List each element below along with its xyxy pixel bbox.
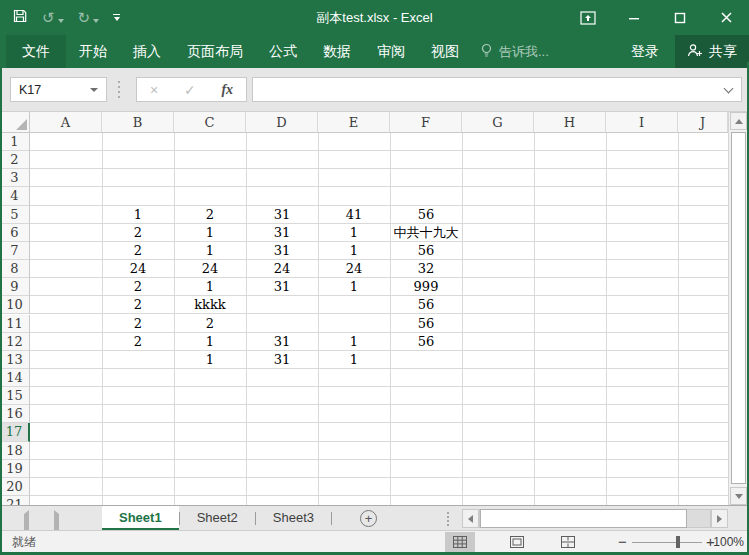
formula-input[interactable] bbox=[252, 77, 742, 102]
row-header-5[interactable]: 5 bbox=[0, 206, 30, 224]
cell-F9[interactable]: 999 bbox=[390, 278, 462, 296]
row-header-12[interactable]: 12 bbox=[0, 333, 30, 351]
row-header-4[interactable]: 4 bbox=[0, 187, 30, 205]
cell-C13[interactable]: 1 bbox=[174, 351, 246, 369]
row-header-14[interactable]: 14 bbox=[0, 369, 30, 387]
zoom-level[interactable]: 100% bbox=[713, 531, 744, 553]
normal-view-button[interactable] bbox=[445, 532, 475, 552]
zoom-slider[interactable] bbox=[632, 542, 702, 543]
cell-B9[interactable]: 2 bbox=[102, 278, 174, 296]
cell-E12[interactable]: 1 bbox=[318, 333, 390, 351]
expand-formula-bar-icon[interactable] bbox=[724, 84, 734, 94]
cell-F7[interactable]: 56 bbox=[390, 242, 462, 260]
row-header-20[interactable]: 20 bbox=[0, 478, 30, 496]
cell-F6[interactable]: 中共十九大 bbox=[390, 224, 462, 242]
cell-E6[interactable]: 1 bbox=[318, 224, 390, 242]
row-header-18[interactable]: 18 bbox=[0, 442, 30, 460]
cell-C11[interactable]: 2 bbox=[174, 315, 246, 333]
tab-file[interactable]: 文件 bbox=[6, 35, 66, 68]
cell-F12[interactable]: 56 bbox=[390, 333, 462, 351]
row-header-21[interactable]: 21 bbox=[0, 496, 30, 505]
row-header-10[interactable]: 10 bbox=[0, 296, 30, 314]
cell-C5[interactable]: 2 bbox=[174, 206, 246, 224]
cell-C6[interactable]: 1 bbox=[174, 224, 246, 242]
cell-C9[interactable]: 1 bbox=[174, 278, 246, 296]
cell-D9[interactable]: 31 bbox=[246, 278, 318, 296]
column-header-E[interactable]: E bbox=[318, 112, 390, 133]
row-header-2[interactable]: 2 bbox=[0, 151, 30, 169]
sign-in-button[interactable]: 登录 bbox=[615, 35, 675, 68]
select-all-button[interactable] bbox=[0, 112, 30, 133]
ribbon-display-options-button[interactable] bbox=[565, 0, 611, 35]
horizontal-scrollbar[interactable] bbox=[479, 509, 711, 528]
name-box[interactable]: K17 bbox=[10, 77, 107, 102]
column-header-J[interactable]: J bbox=[678, 112, 728, 133]
tabbar-splitter[interactable] bbox=[447, 512, 449, 514]
sheet-tab-sheet2[interactable]: Sheet2 bbox=[180, 506, 255, 531]
ribbon-tab-插入[interactable]: 插入 bbox=[120, 35, 174, 68]
formula-bar-splitter[interactable] bbox=[118, 81, 120, 83]
vertical-scrollbar-thumb[interactable] bbox=[731, 132, 746, 484]
horizontal-scrollbar-thumb[interactable] bbox=[480, 509, 687, 528]
share-button[interactable]: 共享 bbox=[675, 35, 749, 68]
cell-D6[interactable]: 31 bbox=[246, 224, 318, 242]
tell-me-box[interactable]: 告诉我... bbox=[480, 35, 549, 68]
scroll-down-button[interactable] bbox=[730, 487, 747, 505]
ribbon-tab-公式[interactable]: 公式 bbox=[256, 35, 310, 68]
cells-area[interactable]: 1231415621311中共十九大2131156242424243221311… bbox=[30, 133, 728, 505]
cell-C10[interactable]: kkkk bbox=[174, 296, 246, 314]
cell-B5[interactable]: 1 bbox=[102, 206, 174, 224]
row-header-17[interactable]: 17 bbox=[0, 423, 30, 441]
cell-B10[interactable]: 2 bbox=[102, 296, 174, 314]
ribbon-tab-审阅[interactable]: 审阅 bbox=[364, 35, 418, 68]
column-header-F[interactable]: F bbox=[390, 112, 462, 133]
cell-E7[interactable]: 1 bbox=[318, 242, 390, 260]
cell-D12[interactable]: 31 bbox=[246, 333, 318, 351]
cell-F10[interactable]: 56 bbox=[390, 296, 462, 314]
insert-function-icon[interactable]: fx bbox=[221, 82, 233, 98]
zoom-slider-thumb[interactable] bbox=[676, 536, 680, 548]
new-sheet-button[interactable]: + bbox=[360, 510, 377, 527]
cell-B11[interactable]: 2 bbox=[102, 315, 174, 333]
minimize-button[interactable] bbox=[611, 0, 657, 35]
cell-B12[interactable]: 2 bbox=[102, 333, 174, 351]
scroll-up-button[interactable] bbox=[730, 112, 747, 130]
page-break-preview-button[interactable] bbox=[553, 532, 583, 552]
ribbon-tab-开始[interactable]: 开始 bbox=[66, 35, 120, 68]
close-button[interactable] bbox=[703, 0, 749, 35]
row-header-6[interactable]: 6 bbox=[0, 224, 30, 242]
ribbon-tab-数据[interactable]: 数据 bbox=[310, 35, 364, 68]
column-header-G[interactable]: G bbox=[462, 112, 534, 133]
scroll-left-button[interactable] bbox=[462, 509, 479, 528]
sheet-tab-sheet3[interactable]: Sheet3 bbox=[256, 506, 331, 531]
scroll-right-button[interactable] bbox=[711, 509, 728, 528]
cell-D8[interactable]: 24 bbox=[246, 260, 318, 278]
cell-F5[interactable]: 56 bbox=[390, 206, 462, 224]
enter-icon[interactable]: ✓ bbox=[184, 82, 196, 98]
row-header-1[interactable]: 1 bbox=[0, 133, 30, 151]
name-box-dropdown-icon[interactable] bbox=[90, 88, 98, 92]
cancel-icon[interactable]: × bbox=[150, 82, 158, 98]
column-header-I[interactable]: I bbox=[606, 112, 678, 133]
cell-F11[interactable]: 56 bbox=[390, 315, 462, 333]
cell-D5[interactable]: 31 bbox=[246, 206, 318, 224]
ribbon-tab-页面布局[interactable]: 页面布局 bbox=[174, 35, 256, 68]
sheet-tab-sheet1[interactable]: Sheet1 bbox=[102, 506, 179, 531]
column-header-B[interactable]: B bbox=[102, 112, 174, 133]
cell-C7[interactable]: 1 bbox=[174, 242, 246, 260]
column-header-H[interactable]: H bbox=[534, 112, 606, 133]
row-header-19[interactable]: 19 bbox=[0, 460, 30, 478]
column-header-C[interactable]: C bbox=[174, 112, 246, 133]
cell-B8[interactable]: 24 bbox=[102, 260, 174, 278]
row-header-13[interactable]: 13 bbox=[0, 351, 30, 369]
cell-C8[interactable]: 24 bbox=[174, 260, 246, 278]
row-header-16[interactable]: 16 bbox=[0, 405, 30, 423]
cell-D7[interactable]: 31 bbox=[246, 242, 318, 260]
row-header-15[interactable]: 15 bbox=[0, 387, 30, 405]
maximize-button[interactable] bbox=[657, 0, 703, 35]
cell-E5[interactable]: 41 bbox=[318, 206, 390, 224]
row-header-7[interactable]: 7 bbox=[0, 242, 30, 260]
cell-F8[interactable]: 32 bbox=[390, 260, 462, 278]
cell-E9[interactable]: 1 bbox=[318, 278, 390, 296]
vertical-scrollbar[interactable] bbox=[728, 112, 747, 505]
